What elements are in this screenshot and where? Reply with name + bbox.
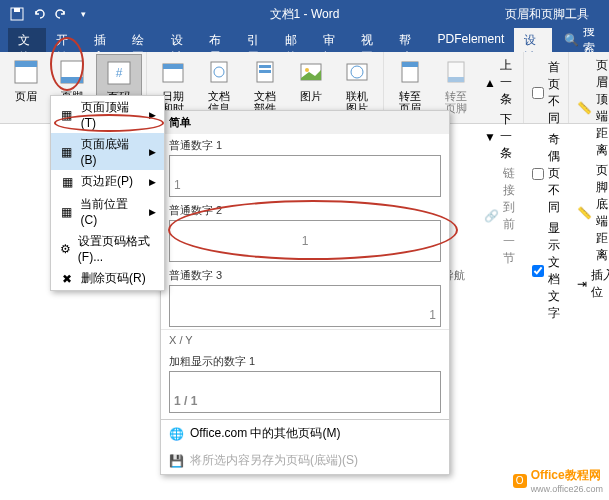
chevron-right-icon: ▶ [149,147,156,157]
online-picture-button[interactable]: 联机图片 [335,54,379,116]
watermark-brand: Office教程网 [531,467,603,484]
current-pos-icon: ▦ [59,204,74,220]
svg-rect-22 [448,77,464,82]
doc-info-button[interactable]: 文档信息 [197,54,241,116]
tab-design[interactable]: 设计 [161,28,199,52]
gallery-preview: 1 [169,220,441,262]
show-doc-text-checkbox[interactable]: 显示文档文字 [528,219,564,323]
context-tab-title: 页眉和页脚工具 [505,6,589,23]
svg-point-16 [305,68,309,72]
submenu-page-margins[interactable]: ▦页边距(P)▶ [51,170,164,193]
tab-view[interactable]: 视图 [351,28,389,52]
tab-icon: ⇥ [577,277,587,291]
link-previous-button[interactable]: 🔗链接到前一节 [480,164,519,268]
chevron-right-icon: ▶ [149,177,156,187]
svg-rect-3 [15,61,37,67]
tab-mailings[interactable]: 邮件 [275,28,313,52]
submenu-format-page-numbers[interactable]: ⚙设置页码格式(F)... [51,230,164,267]
header-dist-icon: 📏 [577,101,592,115]
gallery-more-office[interactable]: 🌐Office.com 中的其他页码(M) [161,420,449,447]
chevron-right-icon: ▶ [149,207,156,217]
group-label-position: 位置 [573,302,609,319]
footer-distance-row: 📏页脚底端距离: [573,161,609,265]
tab-insert[interactable]: 插入 [84,28,122,52]
gallery-save-selection: 💾将所选内容另存为页码(底端)(S) [161,447,449,474]
svg-rect-9 [163,64,183,69]
gallery-preview: 1 / 1 [169,371,441,413]
insert-align-tab-button[interactable]: ⇥插入对齐制表位 [573,266,609,302]
page-number-gallery: 简单 普通数字 1 1 普通数字 2 1 普通数字 3 1 X / Y 加粗显示… [160,110,450,475]
remove-icon: ✖ [59,271,75,287]
globe-icon: 🌐 [169,427,184,441]
quick-parts-button[interactable]: 文档部件 [243,54,287,116]
svg-rect-13 [259,65,271,68]
diff-odd-even-checkbox[interactable]: 奇偶页不同 [528,130,564,217]
svg-rect-1 [14,8,20,12]
svg-rect-20 [402,62,418,67]
svg-rect-14 [259,70,271,73]
goto-header-button[interactable]: 转至页眉 [388,54,432,116]
watermark-logo-icon: O [513,474,527,488]
diff-first-checkbox[interactable]: 首页不同 [528,58,564,128]
page-number-submenu: ▦页面顶端(T)▶ ▦页面底端(B)▶ ▦页边距(P)▶ ▦当前位置(C)▶ ⚙… [50,95,165,291]
gallery-item-plain-3[interactable]: 普通数字 3 1 [161,264,449,329]
format-icon: ⚙ [59,241,72,257]
header-button[interactable]: 页眉 [4,54,48,104]
svg-rect-10 [211,62,227,82]
gallery-footer: 🌐Office.com 中的其他页码(M) 💾将所选内容另存为页码(底端)(S) [161,419,449,474]
gallery-section-simple: 简单 [161,111,449,134]
qat-dropdown-icon[interactable]: ▾ [74,5,92,23]
header-distance-row: 📏页眉顶端距离: [573,56,609,160]
redo-icon[interactable] [52,5,70,23]
page-bottom-icon: ▦ [59,144,75,160]
tab-layout[interactable]: 布局 [199,28,237,52]
tab-hf-design[interactable]: 设计 [514,28,552,52]
page-top-icon: ▦ [59,107,75,123]
undo-icon[interactable] [30,5,48,23]
submenu-bottom-of-page[interactable]: ▦页面底端(B)▶ [51,133,164,170]
gallery-item-plain-2[interactable]: 普通数字 2 1 [161,199,449,264]
ribbon-group-options: 首页不同 奇偶页不同 显示文档文字 [524,52,569,123]
watermark: O Office教程网 www.office26.com [513,467,603,494]
ribbon-group-position: 📏页眉顶端距离: 📏页脚底端距离: ⇥插入对齐制表位 位置 [569,52,609,123]
tab-pdfelement[interactable]: PDFelement [428,28,515,52]
tab-file[interactable]: 文件 [8,28,46,52]
gallery-section-xy: X / Y [161,329,449,350]
save-icon: 💾 [169,454,184,468]
gallery-preview: 1 [169,285,441,327]
submenu-remove-page-numbers[interactable]: ✖删除页码(R) [51,267,164,290]
search-box[interactable]: 🔍 搜索 [552,28,609,52]
gallery-item-bold-1[interactable]: 加粗显示的数字 1 1 / 1 [161,350,449,415]
tab-draw[interactable]: 绘图 [122,28,160,52]
submenu-top-of-page[interactable]: ▦页面顶端(T)▶ [51,96,164,133]
document-title: 文档1 - Word [270,6,340,23]
quick-access-toolbar: ▾ [0,5,100,23]
submenu-current-position[interactable]: ▦当前位置(C)▶ [51,193,164,230]
title-bar: ▾ 文档1 - Word 页眉和页脚工具 [0,0,609,28]
gallery-item-plain-1[interactable]: 普通数字 1 1 [161,134,449,199]
tab-review[interactable]: 审阅 [313,28,351,52]
prev-section-button[interactable]: ▲上一条 [480,56,519,109]
next-section-button[interactable]: ▼下一条 [480,110,519,163]
ribbon-tabs: 文件 开始 插入 绘图 设计 布局 引用 邮件 审阅 视图 帮助 PDFelem… [0,28,609,52]
svg-text:#: # [116,66,123,80]
gallery-preview: 1 [169,155,441,197]
tab-references[interactable]: 引用 [237,28,275,52]
picture-button[interactable]: 图片 [289,54,333,104]
footer-dist-icon: 📏 [577,206,592,220]
up-arrow-icon: ▲ [484,76,496,90]
tab-home[interactable]: 开始 [46,28,84,52]
tab-help[interactable]: 帮助 [389,28,427,52]
search-icon: 🔍 [564,33,579,47]
svg-rect-5 [61,77,83,83]
chevron-right-icon: ▶ [149,110,156,120]
link-icon: 🔗 [484,209,499,223]
down-arrow-icon: ▼ [484,130,496,144]
save-icon[interactable] [8,5,26,23]
page-margin-icon: ▦ [59,174,75,190]
watermark-url: www.office26.com [531,484,603,494]
goto-footer-button[interactable]: 转至页脚 [434,54,478,116]
